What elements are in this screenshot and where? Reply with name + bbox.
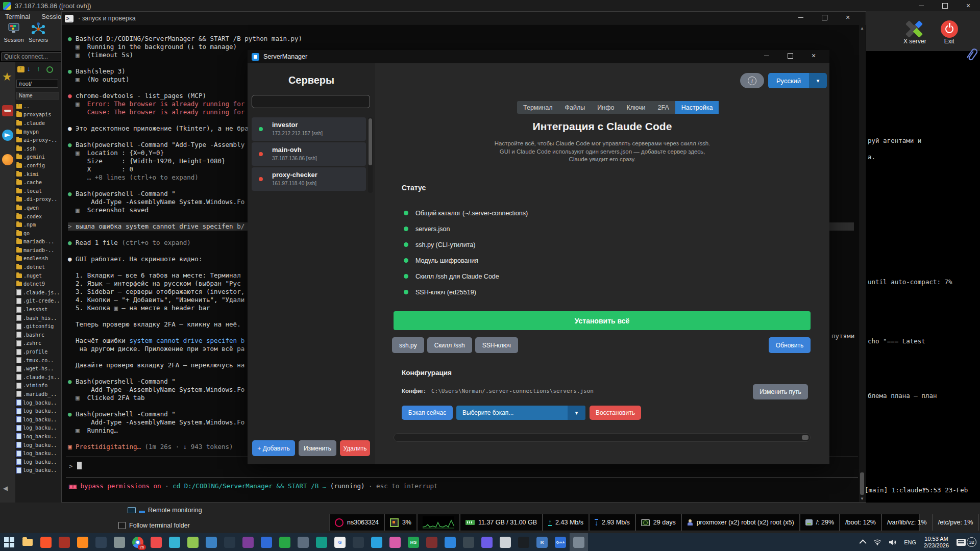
start-button[interactable] xyxy=(0,533,18,551)
app-purple[interactable] xyxy=(239,533,257,551)
speaker-icon[interactable] xyxy=(885,533,900,551)
change-path-button[interactable]: Изменить путь xyxy=(753,384,808,399)
server-card-investor[interactable]: investor173.212.212.157 [ssh] xyxy=(252,117,366,141)
servermanager-close-button[interactable]: × xyxy=(802,50,825,61)
tab-терминал[interactable]: Терминал xyxy=(517,101,559,114)
file-row[interactable]: .claude xyxy=(16,119,61,128)
file-row[interactable]: .kimi xyxy=(16,170,61,179)
app-darkblue[interactable] xyxy=(92,533,110,551)
files-column-header[interactable]: Name xyxy=(16,92,59,99)
chrome[interactable]: 26 xyxy=(129,533,147,551)
scroll-down-icon[interactable]: ▼ xyxy=(859,495,865,502)
server-search-input[interactable] xyxy=(252,95,370,108)
file-row[interactable]: endlessh xyxy=(16,255,61,263)
file-row[interactable]: mariadb-.. xyxy=(16,246,61,255)
file-row[interactable]: .viminfo xyxy=(16,382,61,390)
servermanager-maximize-button[interactable] xyxy=(778,50,802,61)
upload-icon[interactable]: ↑ xyxy=(37,66,44,72)
obs[interactable] xyxy=(478,533,496,551)
telegram-icon[interactable] xyxy=(2,130,13,141)
github[interactable] xyxy=(514,533,533,551)
download-icon[interactable]: ↓ xyxy=(27,66,34,72)
file-row[interactable]: .lesshst xyxy=(16,305,61,314)
file-row[interactable]: .codex xyxy=(16,212,61,221)
file-row[interactable]: .di-proxy.. xyxy=(16,195,61,204)
app-pink[interactable] xyxy=(386,533,404,551)
app-navy[interactable] xyxy=(220,533,239,551)
session-button[interactable]: Session xyxy=(2,22,26,43)
file-row[interactable]: .qwen xyxy=(16,204,61,212)
server-card-main-ovh[interactable]: main-ovh37.187.136.86 [ssh] xyxy=(252,142,366,166)
terminal-scrollbar[interactable]: ▲ ▼ xyxy=(859,25,865,502)
servermanager-titlebar[interactable]: ServerManager × xyxy=(248,50,829,63)
delete-server-button[interactable]: Удалить xyxy=(340,440,370,456)
tab-настройка[interactable]: Настройка xyxy=(675,101,719,114)
app-green[interactable] xyxy=(276,533,294,551)
file-row[interactable]: .local xyxy=(16,187,61,195)
servermanager-minimize-button[interactable] xyxy=(755,50,778,61)
file-row[interactable]: .. xyxy=(16,102,61,111)
folder-up-icon[interactable] xyxy=(17,66,24,72)
firefox[interactable] xyxy=(74,533,92,551)
paperclip-icon[interactable] xyxy=(966,47,979,64)
edge[interactable] xyxy=(165,533,184,551)
google-app[interactable]: G xyxy=(331,533,349,551)
app-gray[interactable] xyxy=(110,533,129,551)
file-row[interactable]: .git-crede.. xyxy=(16,297,61,306)
component-button[interactable]: ssh.py xyxy=(392,337,424,353)
server-list-scrollbar[interactable] xyxy=(368,117,373,193)
file-row[interactable]: .ssh xyxy=(16,144,61,153)
close-button[interactable]: × xyxy=(957,0,980,11)
file-row[interactable]: proxyapis xyxy=(16,111,61,119)
backup-now-button[interactable]: Бэкап сейчас xyxy=(402,406,453,420)
app-blue2[interactable] xyxy=(441,533,459,551)
tab-инфо[interactable]: Инфо xyxy=(591,101,620,114)
follow-terminal-folder-checkbox[interactable]: Follow terminal folder xyxy=(118,522,190,529)
brave-browser[interactable] xyxy=(37,533,55,551)
file-row[interactable]: log_backu.. xyxy=(16,449,61,458)
rstudio[interactable]: R xyxy=(533,533,551,551)
file-row[interactable]: .dotnet xyxy=(16,263,61,271)
app-maroon[interactable] xyxy=(423,533,441,551)
menu-item-terminal[interactable]: Terminal xyxy=(5,13,30,20)
app-dark[interactable] xyxy=(349,533,368,551)
add-server-button[interactable]: + Добавить xyxy=(252,440,295,456)
file-row[interactable]: .nuget xyxy=(16,271,61,280)
favorites-star-icon[interactable]: ★ xyxy=(2,71,13,83)
firefox-dev[interactable] xyxy=(312,533,331,551)
keyboard-language[interactable]: ENG xyxy=(900,533,920,551)
path-field[interactable]: /root/ xyxy=(16,80,58,88)
file-row[interactable]: .claude.js.. xyxy=(16,373,61,382)
wifi-icon[interactable] xyxy=(870,533,885,551)
anydesk[interactable] xyxy=(147,533,165,551)
app-steel[interactable] xyxy=(294,533,312,551)
tab-2fa[interactable]: 2FA xyxy=(652,101,675,114)
file-row[interactable]: myvpn xyxy=(16,128,61,136)
file-row[interactable]: .wget-hs.. xyxy=(16,364,61,373)
app-blue[interactable] xyxy=(202,533,220,551)
notification-center-button[interactable]: 32 xyxy=(953,533,980,551)
file-row[interactable]: mariadb-.. xyxy=(16,238,61,246)
tab-ключи[interactable]: Ключи xyxy=(620,101,651,114)
terminal-maximize-button[interactable] xyxy=(813,12,836,23)
orange-app-icon[interactable] xyxy=(2,154,13,165)
file-row[interactable]: ai-proxy-.. xyxy=(16,136,61,144)
horizontal-scrollbar[interactable] xyxy=(394,433,811,442)
install-all-button[interactable]: Установить всё xyxy=(394,311,811,330)
remote-monitoring-toggle[interactable]: Remote monitoring xyxy=(128,507,202,514)
file-row[interactable]: log_backu.. xyxy=(16,458,61,466)
terminal-minimize-button[interactable] xyxy=(789,12,813,23)
app-hs[interactable]: HS xyxy=(404,533,423,551)
app-dark2[interactable] xyxy=(459,533,478,551)
x-server-button[interactable]: X server xyxy=(903,20,926,50)
file-row[interactable]: log_backu.. xyxy=(16,432,61,441)
file-row[interactable]: .zshrc xyxy=(16,339,61,348)
file-row[interactable]: .claude.js.. xyxy=(16,288,61,297)
scrollbar-thumb[interactable] xyxy=(860,472,864,495)
app-light[interactable] xyxy=(496,533,514,551)
component-button[interactable]: Скилл /ssh xyxy=(427,337,472,353)
scroll-left-arrow[interactable]: ◀ xyxy=(3,485,8,492)
tray-expand-button[interactable] xyxy=(857,533,870,551)
edit-server-button[interactable]: Изменить xyxy=(299,440,336,456)
file-row[interactable]: go xyxy=(16,229,61,238)
